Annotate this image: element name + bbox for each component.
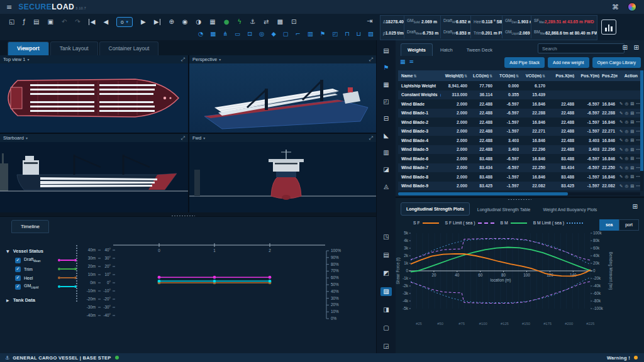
more-icon[interactable]: ⋯ [636, 111, 640, 116]
edit-icon[interactable]: ✎ [619, 129, 623, 134]
chevron-down-icon[interactable]: ▾ [26, 136, 28, 140]
table-row[interactable]: Wind Blade2.00022.488-6.59716.84622.488-… [398, 99, 640, 109]
tab-viewport[interactable]: Viewport [8, 41, 49, 55]
edit-icon[interactable]: ✎ [619, 111, 623, 116]
undo-icon[interactable]: ↶ [62, 19, 67, 25]
table-row[interactable]: Constant Weights▶313.00036.1140.35515.43… [398, 90, 640, 100]
legend-item-trim[interactable]: ✓Trim [15, 265, 77, 273]
delete-icon[interactable]: ▤ [630, 111, 634, 116]
sort-icon[interactable]: ⇅ [542, 74, 545, 78]
sort-icon[interactable]: ⇅ [489, 74, 492, 78]
panel-drag-handle[interactable] [508, 199, 531, 200]
sort-icon[interactable]: ⇅ [414, 74, 417, 78]
viewport-top-view[interactable]: Top view 1 ▾ ⤢ [0, 55, 188, 133]
preview-box-icon[interactable]: ◰ [332, 31, 338, 37]
more-icon[interactable]: ⋯ [636, 129, 640, 134]
tab-longitudinal-strength-plots[interactable]: Longitudinal Strength Plots [401, 202, 470, 216]
flag-icon[interactable]: ⚑ [320, 31, 326, 37]
open-cargo-library-button[interactable]: Open Cargo Library [592, 57, 641, 68]
chevron-down-icon[interactable]: ▾ [203, 136, 205, 140]
gantry-icon[interactable]: ⊓ [345, 31, 349, 37]
chart-doc-icon[interactable]: ◩ [380, 269, 392, 278]
next-step-icon[interactable]: ▶ [141, 19, 146, 25]
edit-icon[interactable]: ✎ [619, 156, 623, 161]
visibility-icon[interactable]: ◎ [625, 101, 628, 106]
table-row[interactable]: Wind Blade-42.00022.4883.40316.84622.488… [398, 136, 640, 145]
port-facility-icon[interactable]: ⚓ [250, 19, 255, 25]
viewport-starboard[interactable]: Starboard ▾ ⤢ [0, 134, 188, 212]
export-chart-icon[interactable]: ◲ [380, 342, 392, 351]
column-header[interactable]: Weight(t)⇅ [441, 74, 470, 78]
axes-icon[interactable]: ⋔ [223, 31, 228, 37]
skip-first-step-icon[interactable]: ◀ [89, 19, 96, 25]
column-header[interactable]: LCG(m)⇅ [470, 74, 495, 78]
tab-timeline[interactable]: Timeline [11, 220, 49, 233]
group-tank-data[interactable]: ▶Tank Data [6, 295, 77, 305]
visibility-icon[interactable]: ◎ [625, 156, 628, 161]
panel-drag-handle[interactable] [171, 215, 195, 217]
visibility-icon[interactable]: ◎ [625, 119, 628, 124]
add-new-weight-button[interactable]: Add new weight [548, 57, 589, 68]
plots-shortcut-button[interactable] [601, 19, 616, 35]
column-header[interactable]: TCG(m)⇅ [495, 74, 521, 78]
status-ok-icon[interactable]: ● [224, 19, 230, 25]
snapshot-icon[interactable]: ◑ [196, 19, 202, 25]
table-row[interactable]: Wind Blade-62.00083.488-6.59716.84683.48… [398, 154, 640, 163]
table-row[interactable]: Wind Blade-72.00083.434-6.59722.25083.43… [398, 163, 640, 173]
tab-hatch[interactable]: Hatch [434, 44, 459, 56]
warning-text[interactable]: Warning ! [607, 355, 630, 361]
visibility-icon[interactable]: ◎ [625, 174, 628, 179]
contrast-view-icon[interactable]: ▩ [277, 19, 282, 25]
tab-weight-and-buoyancy-plots[interactable]: Weight And Buoyancy Plots [538, 204, 602, 216]
inspect-icon[interactable]: ◰ [380, 97, 392, 106]
add-pipe-stack-button[interactable]: Add Pipe Stack [504, 57, 545, 68]
table-row[interactable]: Wind Blade-82.00083.488-1.59716.84683.48… [398, 172, 640, 182]
load-condition-icon[interactable]: ƒ [23, 19, 25, 25]
legend-item-heel[interactable]: ✓Heel [15, 273, 77, 282]
more-icon[interactable]: ⋯ [636, 101, 640, 106]
edit-icon[interactable]: ✎ [619, 101, 623, 106]
expand-icon[interactable]: ⤢ [181, 135, 185, 141]
more-icon[interactable]: ⋯ [636, 174, 640, 179]
chevron-down-icon[interactable]: ▾ [219, 57, 221, 62]
last-step-icon[interactable]: ▶ [154, 19, 161, 25]
viewport-fwd[interactable]: Fwd ▾ ⤢ [189, 134, 376, 212]
strength-plots-icon[interactable]: ▨ [380, 287, 392, 296]
legend-item-gm[interactable]: ✓GMLiquid [15, 282, 77, 291]
port-button[interactable]: port [619, 219, 639, 231]
redo-icon[interactable]: ↷ [75, 19, 80, 25]
tab-container-layout[interactable]: Container Layout [99, 41, 159, 55]
print-add-icon[interactable]: ⊞ [634, 44, 639, 51]
print-icon[interactable]: ⊞ [633, 203, 638, 210]
kit-icon[interactable]: ▥ [380, 148, 392, 157]
expand-icon[interactable]: ⤢ [369, 57, 373, 63]
delete-icon[interactable]: ▤ [630, 101, 634, 106]
more-icon[interactable]: ⋯ [636, 119, 640, 124]
print-icon[interactable]: ⊞ [623, 44, 628, 51]
sort-icon[interactable]: ⇅ [516, 74, 519, 78]
checkbox[interactable]: ✓ [15, 275, 21, 281]
checkbox[interactable]: ✓ [15, 284, 21, 290]
ruler-icon[interactable]: ▭ [235, 31, 240, 37]
more-icon[interactable]: ⋯ [636, 165, 640, 170]
tab-weights[interactable]: Weights [401, 43, 433, 56]
clipboard-icon[interactable]: ◨ [380, 305, 392, 314]
record-step-icon[interactable]: ◉ [182, 19, 188, 25]
table-row[interactable]: Wind Blade-92.00083.425-1.59722.08283.42… [398, 182, 640, 191]
table-horizontal-scrollbar[interactable] [398, 192, 640, 195]
more-icon[interactable]: ⋯ [636, 184, 640, 189]
view-list-icon[interactable]: ≡ [409, 59, 414, 65]
column-header[interactable]: VCG(m)⇅ [521, 74, 548, 78]
hopper-icon[interactable]: ◬ [380, 182, 392, 191]
cargo-case-icon[interactable]: ▤ [380, 47, 392, 55]
frame-capture-icon[interactable]: ⊡ [247, 31, 252, 37]
delete-icon[interactable]: ▤ [630, 119, 634, 124]
previous-step-icon[interactable]: ◀ [103, 19, 108, 25]
diamond-marker-icon[interactable]: ◆ [271, 31, 275, 37]
save-icon[interactable]: ▣ [47, 19, 53, 25]
target-icon[interactable]: ◎ [259, 31, 264, 37]
report-panel-icon[interactable]: ◳ [380, 233, 392, 241]
visibility-icon[interactable]: ◎ [625, 184, 628, 189]
delete-icon[interactable]: ▤ [630, 147, 634, 152]
search-input[interactable] [538, 43, 625, 53]
